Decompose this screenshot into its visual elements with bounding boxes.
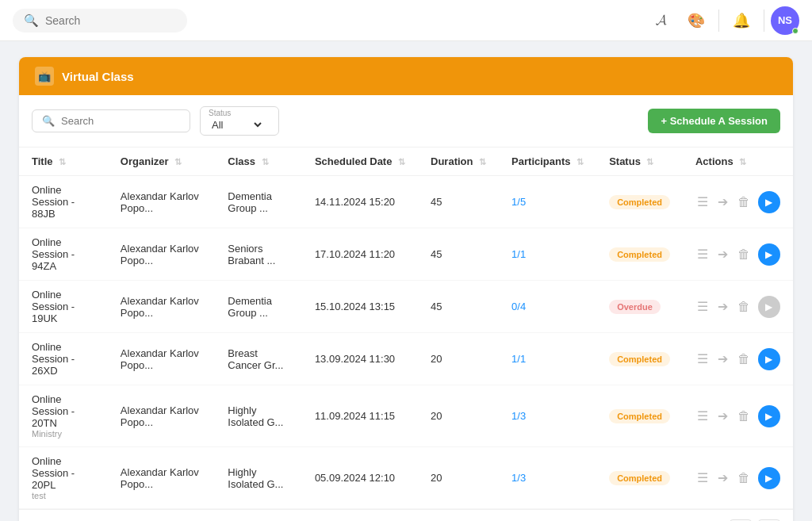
cell-status: Completed: [596, 333, 683, 385]
virtual-class-toolbar: 🔍 Status All Completed Overdue + Schedul…: [19, 95, 793, 147]
cell-participants: 1/1: [499, 333, 596, 385]
participants-link[interactable]: 1/5: [511, 196, 526, 208]
enter-icon[interactable]: ➔: [716, 193, 730, 211]
sort-icon-status: ⇅: [646, 157, 653, 167]
sort-icon-date: ⇅: [398, 157, 405, 167]
delete-icon[interactable]: 🗑: [736, 408, 752, 425]
translate-icon: 𝓐: [656, 12, 667, 29]
cell-actions: ☰ ➔ 🗑 ▶: [683, 447, 793, 509]
delete-icon[interactable]: 🗑: [736, 193, 752, 211]
sort-icon-title: ⇅: [59, 157, 66, 167]
play-btn[interactable]: ▶: [758, 405, 780, 427]
play-btn[interactable]: ▶: [758, 348, 780, 370]
nav-divider-2: [764, 10, 764, 32]
sort-icon-organizer: ⇅: [174, 157, 182, 167]
table-row: Online Session - 19UK Alexandar Karlov P…: [19, 281, 793, 333]
actions-cell: ☰ ➔ 🗑 ▶: [695, 296, 780, 318]
table-search-input[interactable]: [61, 115, 180, 127]
actions-cell: ☰ ➔ 🗑 ▶: [695, 243, 780, 266]
cell-title: Online Session - 19UK: [19, 281, 108, 333]
play-btn[interactable]: ▶: [758, 296, 780, 318]
bell-icon-btn[interactable]: 🔔: [726, 5, 757, 36]
cell-organizer: Alexandar Karlov Popo...: [108, 228, 216, 281]
search-icon: 🔍: [24, 13, 39, 28]
participants-link[interactable]: 0/4: [511, 301, 526, 312]
cell-status: Completed: [596, 385, 683, 447]
sort-icon-actions: ⇅: [739, 157, 746, 167]
enter-icon[interactable]: ➔: [716, 245, 730, 263]
enter-icon[interactable]: ➔: [716, 469, 730, 487]
cell-actions: ☰ ➔ 🗑 ▶: [683, 176, 793, 228]
cell-duration: 20: [418, 447, 499, 509]
play-btn[interactable]: ▶: [758, 467, 780, 489]
cell-title: Online Session - 94ZA: [19, 228, 108, 281]
main-content: 📺 Virtual Class 🔍 Status All Completed O…: [0, 41, 812, 521]
edit-icon[interactable]: ☰: [695, 297, 710, 316]
cell-duration: 20: [418, 385, 499, 447]
col-date: Scheduled Date ⇅: [302, 147, 418, 176]
edit-icon[interactable]: ☰: [695, 469, 710, 487]
status-select[interactable]: All Completed Overdue: [209, 118, 264, 132]
global-search-input[interactable]: [45, 14, 176, 27]
virtual-class-header: 📺 Virtual Class: [19, 57, 793, 95]
nav-icons: 𝓐 🎨 🔔 NS: [645, 5, 799, 36]
enter-icon[interactable]: ➔: [716, 297, 730, 316]
delete-icon[interactable]: 🗑: [736, 351, 752, 368]
table-row: Online Session - 20TN Ministry Alexandar…: [19, 385, 793, 447]
delete-icon[interactable]: 🗑: [736, 246, 752, 263]
session-title: Online Session - 88JB: [32, 184, 95, 220]
session-subtitle: Ministry: [32, 429, 95, 439]
cell-participants: 0/4: [499, 281, 596, 333]
cell-actions: ☰ ➔ 🗑 ▶: [683, 228, 793, 281]
online-status-dot: [792, 28, 799, 34]
enter-icon[interactable]: ➔: [716, 350, 730, 368]
translate-icon-btn[interactable]: 𝓐: [645, 5, 677, 36]
session-title: Online Session - 26XD: [32, 341, 95, 377]
edit-icon[interactable]: ☰: [695, 407, 710, 425]
actions-cell: ☰ ➔ 🗑 ▶: [695, 405, 780, 427]
global-search-box[interactable]: 🔍: [13, 9, 187, 33]
cell-duration: 45: [418, 176, 499, 228]
schedule-session-button[interactable]: + Schedule A Session: [648, 109, 780, 133]
participants-link[interactable]: 1/3: [511, 472, 526, 484]
status-filter-wrap[interactable]: Status All Completed Overdue: [200, 106, 279, 136]
edit-icon[interactable]: ☰: [695, 350, 710, 368]
table-row: Online Session - 88JB Alexandar Karlov P…: [19, 176, 793, 228]
actions-cell: ☰ ➔ 🗑 ▶: [695, 348, 780, 370]
edit-icon[interactable]: ☰: [695, 193, 710, 211]
participants-link[interactable]: 1/1: [511, 353, 526, 365]
play-btn[interactable]: ▶: [758, 191, 780, 213]
cell-status: Completed: [596, 447, 683, 509]
cell-date: 13.09.2024 11:30: [302, 333, 418, 385]
cell-actions: ☰ ➔ 🗑 ▶: [683, 385, 793, 447]
virtual-class-title: Virtual Class: [62, 70, 134, 83]
enter-icon[interactable]: ➔: [716, 407, 730, 425]
participants-link[interactable]: 1/3: [511, 410, 526, 422]
participants-link[interactable]: 1/1: [511, 248, 526, 260]
cell-actions: ☰ ➔ 🗑 ▶: [683, 333, 793, 385]
palette-icon: 🎨: [688, 12, 705, 29]
cell-title: Online Session - 20PL test: [19, 447, 108, 509]
status-badge: Overdue: [609, 300, 661, 314]
table-row: Online Session - 94ZA Alexandar Karlov P…: [19, 228, 793, 281]
delete-icon[interactable]: 🗑: [736, 298, 752, 316]
sort-icon-class: ⇅: [262, 157, 269, 167]
user-avatar-btn[interactable]: NS: [771, 6, 799, 35]
palette-icon-btn[interactable]: 🎨: [680, 5, 712, 36]
cell-actions: ☰ ➔ 🗑 ▶: [683, 281, 793, 333]
cell-status: Overdue: [596, 281, 683, 333]
virtual-class-header-icon: 📺: [35, 67, 54, 86]
edit-icon[interactable]: ☰: [695, 245, 710, 263]
session-subtitle: test: [32, 491, 95, 500]
cell-class: Highly Isolated G...: [215, 447, 302, 509]
table-row: Online Session - 20PL test Alexandar Kar…: [19, 447, 793, 509]
cell-class: Dementia Group ...: [215, 176, 302, 228]
status-badge: Completed: [609, 247, 670, 262]
cell-organizer: Alexandar Karlov Popo...: [108, 447, 216, 509]
play-btn[interactable]: ▶: [758, 243, 780, 266]
cell-status: Completed: [596, 176, 683, 228]
delete-icon[interactable]: 🗑: [736, 469, 752, 487]
pagination: 1-6 of 6 ‹ ›: [19, 509, 793, 521]
sort-icon-duration: ⇅: [479, 157, 486, 167]
table-search-box[interactable]: 🔍: [32, 109, 190, 132]
